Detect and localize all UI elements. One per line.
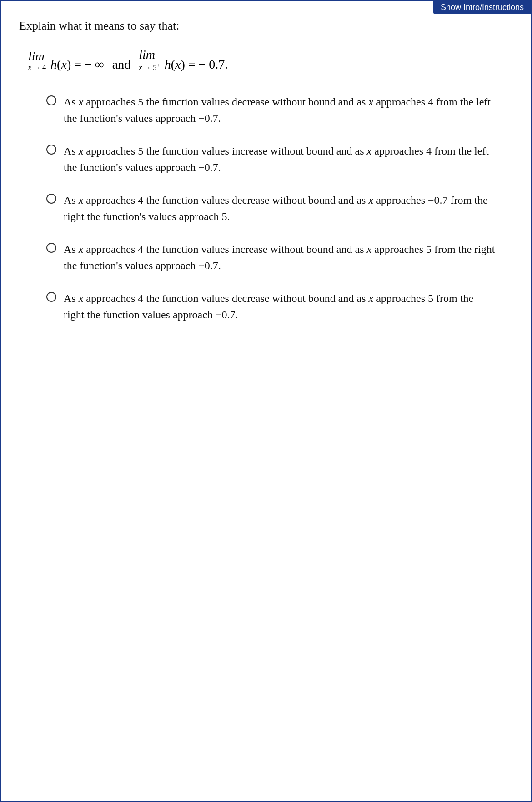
limit-block-1: lim x → 4 xyxy=(28,49,46,72)
lim-2: lim xyxy=(139,47,155,62)
radio-c[interactable] xyxy=(46,194,56,204)
option-row-c: As x approaches 4 the function values de… xyxy=(46,192,513,225)
radio-b[interactable] xyxy=(46,145,56,155)
option-row-a: As x approaches 5 the function values de… xyxy=(46,94,513,126)
expr-2: h(x) = − 0.7. xyxy=(165,57,228,72)
top-bar-label[interactable]: Show Intro/Instructions xyxy=(433,1,531,14)
expr-1: h(x) = − ∞ xyxy=(50,57,104,72)
option-text-d: As x approaches 4 the function values in… xyxy=(64,241,496,274)
page-container: Show Intro/Instructions Explain what it … xyxy=(0,0,532,802)
radio-a[interactable] xyxy=(46,95,56,105)
option-text-e: As x approaches 4 the function values de… xyxy=(64,290,496,323)
option-text-a: As x approaches 5 the function values de… xyxy=(64,94,496,126)
option-row-e: As x approaches 4 the function values de… xyxy=(46,290,513,323)
radio-e[interactable] xyxy=(46,292,56,302)
radio-d[interactable] xyxy=(46,243,56,253)
lim-subscript-2: x → 5+ xyxy=(139,62,160,72)
option-text-b: As x approaches 5 the function values in… xyxy=(64,143,496,175)
lim-1: lim xyxy=(28,49,45,64)
option-text-c: As x approaches 4 the function values de… xyxy=(64,192,496,225)
option-row-b: As x approaches 5 the function values in… xyxy=(46,143,513,175)
math-display: lim x → 4 h(x) = − ∞ and lim x → 5+ h(x)… xyxy=(28,47,513,72)
option-row-d: As x approaches 4 the function values in… xyxy=(46,241,513,274)
connector: and xyxy=(112,57,130,72)
options-container: As x approaches 5 the function values de… xyxy=(19,94,513,323)
lim-subscript-1: x → 4 xyxy=(28,64,46,72)
limit-block-2: lim x → 5+ xyxy=(139,47,160,72)
instruction-text: Explain what it means to say that: xyxy=(19,19,513,33)
